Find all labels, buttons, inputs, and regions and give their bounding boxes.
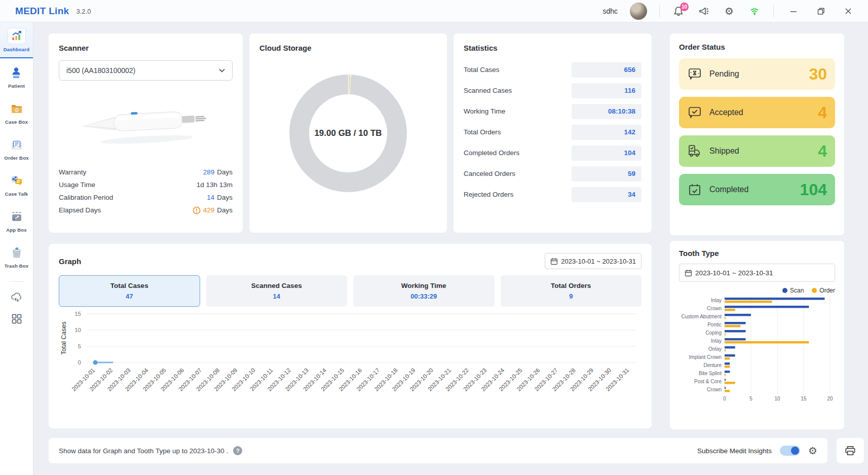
megaphone-icon <box>698 6 709 17</box>
stat-label: Completed Orders <box>464 149 519 157</box>
scanner-device-select[interactable]: i500 (AA1803100002) <box>59 60 233 81</box>
sidebar-item-label: Case Box <box>5 119 28 125</box>
stat-value: 59 <box>572 166 641 181</box>
svg-text:Total Cases: Total Cases <box>60 321 67 354</box>
svg-text:5: 5 <box>78 343 81 349</box>
case-box-icon: M <box>8 100 26 117</box>
order-status-count: 4 <box>818 142 827 161</box>
sidebar-item-order-box[interactable]: Order Box <box>0 130 33 166</box>
sidebar-item-dashboard[interactable]: Dashboard <box>0 22 33 58</box>
scan-dot-icon <box>782 288 787 293</box>
stat-row: Total Cases656 <box>464 59 641 80</box>
svg-text:Pontic: Pontic <box>707 322 722 327</box>
storage-donut-chart: 19.00 GB / 10 TB <box>289 75 407 192</box>
svg-text:15: 15 <box>801 396 807 401</box>
svg-text:Crown: Crown <box>707 387 722 392</box>
subscribe-toggle[interactable] <box>780 446 800 456</box>
tooth-type-date-range-button[interactable]: 2023-10-01 ~ 2023-10-31 <box>679 264 835 282</box>
sidebar-item-label: Case Talk <box>5 191 28 197</box>
stat-row: Total Orders142 <box>464 122 641 142</box>
order-status-card: Order Status Pending 30 Accepted 4 Shipp… <box>670 33 844 235</box>
cloud-sync-button[interactable] <box>0 287 33 308</box>
username: sdhc <box>602 7 618 15</box>
scanner-title: Scanner <box>59 44 233 52</box>
sidebar-divider <box>9 281 24 282</box>
info-unit: Days <box>217 168 233 176</box>
order-status-count: 30 <box>809 65 827 84</box>
notifications-button[interactable]: 10 <box>672 5 685 18</box>
divider <box>773 5 774 17</box>
footer-bar: Show data for Graph and Tooth Type up to… <box>49 438 827 463</box>
case-talk-icon <box>8 172 26 189</box>
sidebar-item-patient[interactable]: Patient <box>0 58 33 94</box>
stat-label: Rejected Orders <box>464 191 513 198</box>
graph-title: Graph <box>59 257 81 266</box>
print-button[interactable] <box>837 438 864 463</box>
avatar[interactable] <box>630 3 647 20</box>
maximize-button[interactable] <box>813 4 828 19</box>
scanner-card: Scanner i500 (AA1803100002) Warranty 289… <box>49 33 243 233</box>
stat-value: 142 <box>572 125 641 140</box>
order-status-title: Order Status <box>679 43 835 51</box>
svg-text:0: 0 <box>78 359 81 366</box>
stat-row: Scanned Cases116 <box>464 80 641 101</box>
svg-text:Inlay: Inlay <box>711 298 722 303</box>
stat-value: 104 <box>572 145 641 161</box>
app-logo: MEDIT Link <box>15 6 69 17</box>
order-status-accepted[interactable]: Accepted 4 <box>679 97 835 128</box>
daily-line-chart: 1510502023-10-012023-10-022023-10-032023… <box>59 310 640 418</box>
scanner-info-row: Elapsed Days 429Days <box>59 204 233 216</box>
svg-text:Coping: Coping <box>705 330 722 336</box>
apps-grid-button[interactable] <box>0 308 33 330</box>
sidebar-item-label: Order Box <box>4 155 28 161</box>
settings-button[interactable]: ⚙ <box>723 5 736 18</box>
notification-badge: 10 <box>680 3 689 11</box>
help-icon[interactable]: ? <box>233 446 242 455</box>
graph-date-range-button[interactable]: 2023-10-01 ~ 2023-10-31 <box>545 253 641 269</box>
tab-total-orders[interactable]: Total Orders9 <box>501 275 642 307</box>
order-status-shipped[interactable]: Shipped 4 <box>679 135 835 167</box>
tab-total-cases[interactable]: Total Cases47 <box>59 275 200 307</box>
stat-value: 34 <box>572 187 641 202</box>
legend-order: Order <box>812 287 835 294</box>
order-status-label: Completed <box>709 185 748 194</box>
svg-text:10: 10 <box>774 396 780 401</box>
toggle-knob <box>791 447 799 455</box>
wifi-icon <box>749 6 760 17</box>
tooth-type-bar-chart: 05101520InlayCrownCustom AbutmentPonticC… <box>679 296 835 404</box>
svg-text:Onlay: Onlay <box>708 346 722 352</box>
info-value: 289 <box>203 168 215 176</box>
print-icon <box>844 445 856 457</box>
title-bar: MEDIT Link 3.2.0 sdhc 10 ⚙ <box>0 0 868 22</box>
stat-label: Working Time <box>464 107 505 115</box>
order-status-completed[interactable]: Completed 104 <box>679 174 835 205</box>
sidebar-item-case-talk[interactable]: Case Talk <box>0 166 33 202</box>
stat-value: 08:10:38 <box>572 104 641 119</box>
tab-scanned-cases[interactable]: Scanned Cases14 <box>206 275 348 307</box>
tab-working-time[interactable]: Working Time00:33:29 <box>353 275 495 307</box>
minimize-button[interactable] <box>786 4 801 19</box>
scanner-info-row: Usage Time 1d 13h 13m <box>59 178 233 191</box>
stat-row: Working Time08:10:38 <box>464 101 641 122</box>
tooth-type-date-range: 2023-10-01 ~ 2023-10-31 <box>695 269 773 277</box>
svg-text:Custom Abutment: Custom Abutment <box>682 314 722 319</box>
info-value: 14 <box>207 194 214 201</box>
close-button[interactable] <box>841 4 856 19</box>
patient-icon <box>8 64 26 81</box>
sidebar-item-app-box[interactable]: App Box <box>0 202 33 238</box>
sidebar-item-trash-box[interactable]: Trash Box <box>0 238 33 274</box>
network-status[interactable] <box>748 5 761 18</box>
gear-icon[interactable]: ⚙ <box>808 446 817 456</box>
sidebar-item-label: Dashboard <box>4 47 29 52</box>
app-box-icon <box>8 208 26 225</box>
svg-text:Denture: Denture <box>703 362 722 368</box>
chevron-down-icon <box>219 68 225 72</box>
svg-text:10: 10 <box>74 327 81 333</box>
sidebar-item-case-box[interactable]: M Case Box <box>0 94 33 130</box>
sidebar: Dashboard Patient M Case Box Order Box C… <box>0 22 33 475</box>
accepted-check-bubble-icon <box>687 105 704 120</box>
graph-card: Graph 2023-10-01 ~ 2023-10-31 Total Case… <box>49 244 652 428</box>
order-dot-icon <box>812 288 817 293</box>
announcements-button[interactable] <box>697 5 710 18</box>
order-status-pending[interactable]: Pending 30 <box>679 58 835 90</box>
